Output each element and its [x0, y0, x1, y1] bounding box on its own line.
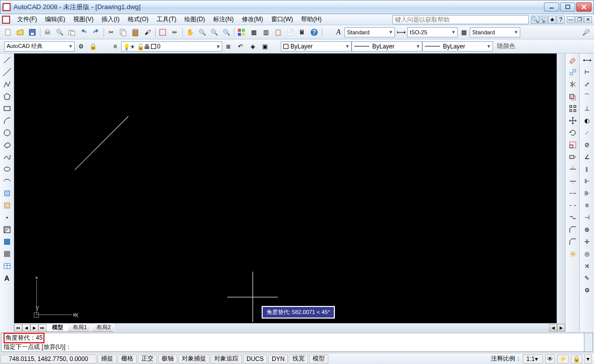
menu-edit[interactable]: 编辑(E): [41, 14, 69, 25]
find-icon[interactable]: 🔎: [580, 27, 591, 38]
dim-quick-icon[interactable]: ⫿: [581, 164, 592, 175]
maximize-button[interactable]: [560, 3, 575, 12]
hatch-icon[interactable]: [2, 224, 13, 235]
move-icon[interactable]: [567, 115, 578, 126]
layer-dropdown[interactable]: 💡 ☀ 🔓 🖶 0: [121, 41, 222, 51]
redo-icon[interactable]: [90, 27, 102, 38]
horizontal-scrollbar[interactable]: ◀ ▶: [115, 323, 565, 332]
dim-diameter-icon[interactable]: ⊘: [581, 139, 592, 150]
lineweight-dropdown[interactable]: ByLayer: [422, 41, 493, 51]
dim-arc-icon[interactable]: ⌒: [581, 91, 592, 102]
undo-icon[interactable]: [78, 27, 89, 38]
dim-break-icon[interactable]: ⊣: [581, 212, 592, 223]
tab-prev-button[interactable]: ◀: [22, 324, 30, 332]
text-style-dropdown[interactable]: Standard: [344, 27, 395, 37]
circle-icon[interactable]: [2, 127, 13, 138]
plot-preview-icon[interactable]: 🔍: [54, 27, 65, 38]
break-at-point-icon[interactable]: [567, 188, 578, 199]
status-ducs[interactable]: DUCS: [243, 354, 267, 363]
scroll-left-button[interactable]: ◀: [549, 324, 557, 332]
menu-modify[interactable]: 修改(M): [238, 14, 267, 25]
construction-line-icon[interactable]: [2, 67, 13, 78]
dim-radius-icon[interactable]: ◐: [581, 115, 592, 126]
help-search-input[interactable]: [392, 15, 529, 24]
search-icon[interactable]: 🔍: [531, 16, 539, 24]
join-icon[interactable]: [567, 212, 578, 223]
status-ortho[interactable]: 正交: [138, 354, 157, 363]
erase-tool-icon[interactable]: [567, 55, 578, 66]
ellipse-arc-icon[interactable]: [2, 176, 13, 187]
pan-icon[interactable]: ✋: [184, 27, 195, 38]
status-grid[interactable]: 栅格: [118, 354, 137, 363]
center-mark-icon[interactable]: ✛: [581, 236, 592, 247]
polygon-icon[interactable]: [2, 91, 13, 102]
dim-jogged-icon[interactable]: ⟋: [581, 127, 592, 138]
workspace-dropdown[interactable]: AutoCAD 经典: [4, 41, 75, 51]
dim-style-icon[interactable]: ⟼: [395, 27, 407, 38]
status-polar[interactable]: 极轴: [158, 354, 177, 363]
save-icon[interactable]: [27, 27, 38, 38]
command-prompt[interactable]: 指定下一点或 [放弃(U)]：: [2, 342, 584, 351]
rotate-icon[interactable]: [567, 127, 578, 138]
menu-insert[interactable]: 插入(I): [97, 14, 123, 25]
scale-icon[interactable]: [567, 139, 578, 150]
dim-style-dropdown[interactable]: ISO-25: [407, 27, 458, 37]
menu-format[interactable]: 格式(O): [124, 14, 153, 25]
rectangle-icon[interactable]: [2, 103, 13, 114]
dim-linear-icon[interactable]: ⊢: [581, 67, 592, 78]
dim-aligned-icon[interactable]: ⤢: [581, 79, 592, 90]
menu-dimension[interactable]: 标注(N): [209, 14, 238, 25]
insert-block-icon[interactable]: [2, 188, 13, 199]
dim-style-icon2[interactable]: ⚙: [581, 285, 592, 296]
mtext-icon[interactable]: A: [2, 273, 13, 284]
status-snap[interactable]: 捕捉: [97, 354, 117, 363]
ellipse-icon[interactable]: [2, 164, 13, 175]
zoom-window-icon[interactable]: 🔍: [209, 27, 220, 38]
close-button[interactable]: [576, 3, 591, 12]
offset-icon[interactable]: [567, 91, 578, 102]
doc-close-button[interactable]: ✕: [584, 16, 592, 23]
minimize-button[interactable]: [544, 3, 559, 12]
dim-baseline-icon[interactable]: ⊩: [581, 176, 592, 187]
status-model[interactable]: 模型: [309, 354, 328, 363]
array-icon[interactable]: [567, 103, 578, 114]
dim-ordinate-icon[interactable]: ⊥: [581, 103, 592, 114]
tab-next-button[interactable]: ▶: [30, 324, 38, 332]
drawing-canvas[interactable]: 角度替代: 582.0071 < 45° Y X: [14, 54, 557, 323]
region-icon[interactable]: [2, 248, 13, 259]
favorites-icon[interactable]: ★: [548, 16, 556, 24]
dim-jogline-icon[interactable]: ⤨: [581, 261, 592, 272]
print-icon[interactable]: [42, 27, 53, 38]
open-icon[interactable]: [15, 27, 26, 38]
status-coordinates[interactable]: 748.0115, 1482.7750, 0.0000: [1, 354, 96, 363]
table-style-icon[interactable]: ▦: [458, 27, 469, 38]
properties-icon[interactable]: [236, 27, 247, 38]
status-osnap[interactable]: 对象捕捉: [178, 354, 210, 363]
text-style-icon[interactable]: A: [333, 27, 344, 38]
copy-icon[interactable]: [118, 27, 129, 38]
status-lock-icon[interactable]: 🔒: [571, 354, 582, 363]
annotation-autoscale-icon[interactable]: ⚡: [557, 354, 569, 363]
break-icon[interactable]: [567, 200, 578, 211]
layer-manager-icon[interactable]: ≡: [110, 41, 121, 52]
new-icon[interactable]: [3, 27, 14, 38]
inspect-icon[interactable]: ◎: [581, 248, 592, 259]
paste-icon[interactable]: [130, 27, 141, 38]
info-icon[interactable]: ?: [557, 16, 565, 24]
publish-icon[interactable]: [66, 27, 77, 38]
table-style-dropdown[interactable]: Standard: [470, 27, 520, 37]
explode-icon[interactable]: [567, 248, 578, 259]
menu-file[interactable]: 文件(F): [13, 14, 41, 25]
doc-minimize-button[interactable]: —: [567, 16, 575, 23]
menu-view[interactable]: 视图(V): [69, 14, 97, 25]
markup-icon[interactable]: 📄: [284, 27, 295, 38]
zoom-previous-icon[interactable]: 🔍: [221, 27, 232, 38]
menu-window[interactable]: 窗口(W): [267, 14, 297, 25]
design-center-icon[interactable]: ▦: [248, 27, 259, 38]
color-dropdown[interactable]: ByLayer: [281, 41, 352, 51]
dim-edit-icon[interactable]: ✎: [581, 273, 592, 284]
help-icon[interactable]: ?: [309, 27, 320, 38]
make-block-icon[interactable]: [2, 200, 13, 211]
tolerance-icon[interactable]: ⊕: [581, 224, 592, 235]
dim-continue-icon[interactable]: ⊪: [581, 188, 592, 199]
